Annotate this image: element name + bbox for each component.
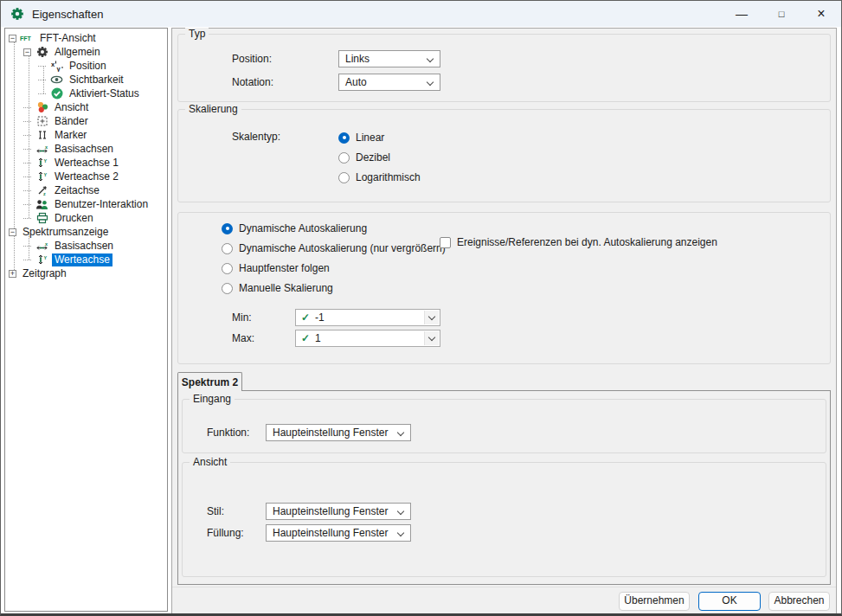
svg-text:x: x: [45, 144, 48, 149]
tree-item-position[interactable]: xy Position: [5, 59, 167, 73]
tree-connector: [23, 135, 31, 136]
tree-connector: [23, 190, 31, 191]
radio-icon[interactable]: [222, 283, 233, 294]
radio-dezibel[interactable]: Dezibel: [338, 150, 390, 165]
tree-item-drucken[interactable]: Drucken: [5, 211, 167, 225]
min-combobox[interactable]: ✓ -1: [295, 309, 440, 326]
tree-item-zeitachse[interactable]: z Zeitachse: [5, 183, 167, 197]
tree-item-werteachse[interactable]: Y Werteachse: [5, 253, 167, 266]
max-label: Max:: [232, 330, 254, 347]
gear-icon: [35, 46, 49, 58]
tree-item-allgemein[interactable]: − Allgemein: [5, 45, 167, 59]
check-circle-icon: [49, 87, 64, 99]
users-icon: [35, 198, 49, 210]
radio-icon[interactable]: [222, 223, 233, 234]
notation-dropdown[interactable]: Auto: [338, 74, 440, 91]
max-dropdown-button[interactable]: [424, 331, 439, 345]
tree-connector: [38, 93, 46, 94]
chevron-down-icon: [397, 529, 404, 536]
tree-item-marker[interactable]: Marker: [5, 128, 167, 142]
radio-icon[interactable]: [338, 172, 350, 183]
chevron-down-icon: [428, 333, 435, 340]
radio-icon[interactable]: [222, 243, 233, 254]
tab-panel-spektrum-2: Eingang Funktion: Haupteinstellung Fenst…: [177, 390, 831, 585]
group-eingang-title: Eingang: [190, 393, 235, 405]
tree-item-sichtbarkeit[interactable]: Sichtbarkeit: [5, 73, 167, 87]
maximize-button[interactable]: □: [762, 1, 801, 27]
svg-text:FFT: FFT: [20, 35, 32, 42]
tree-item-fft-ansicht[interactable]: − FFT FFT-Ansicht: [5, 31, 167, 45]
collapse-icon[interactable]: −: [9, 228, 16, 236]
radio-dynamische-autoskalierung-vergroessern[interactable]: Dynamische Autoskalierung (nur vergrößer…: [222, 241, 446, 256]
tree-connector: [38, 80, 46, 80]
cancel-button[interactable]: Abbrechen: [768, 592, 830, 611]
group-ansicht: Ansicht Stil: Haupteinstellung Fenster F…: [182, 462, 826, 577]
max-combobox[interactable]: ✓ 1: [295, 330, 440, 347]
fuellung-dropdown[interactable]: Haupteinstellung Fenster: [266, 524, 411, 542]
tree-connector: [23, 260, 31, 260]
ok-button[interactable]: OK: [698, 592, 761, 611]
collapse-icon[interactable]: −: [23, 48, 31, 56]
notation-value: Auto: [345, 76, 367, 88]
position-value: Links: [345, 53, 370, 65]
settings-panel: Typ Position: Links Notation: Auto Skali…: [171, 28, 837, 614]
fft-icon: FFT: [20, 32, 35, 44]
svg-text:Y: Y: [43, 172, 47, 177]
axis-x-icon: x: [35, 240, 49, 252]
tree-connector: [23, 149, 31, 150]
radio-hauptfenster-folgen[interactable]: Hauptfenster folgen: [222, 260, 330, 276]
chevron-down-icon: [397, 508, 404, 515]
radio-manuelle-skalierung[interactable]: Manuelle Skalierung: [222, 280, 333, 296]
funktion-dropdown[interactable]: Haupteinstellung Fenster: [266, 424, 411, 441]
notation-label: Notation:: [232, 74, 273, 91]
properties-window: Eigenschaften — □ × − FFT FFT-Ansicht − …: [0, 0, 842, 616]
tree-item-basisachsen[interactable]: x Basisachsen: [5, 239, 167, 253]
tree-connector: [23, 204, 31, 205]
radio-linear[interactable]: Linear: [338, 130, 384, 145]
group-skalierung-title: Skalierung: [185, 103, 241, 115]
stil-dropdown[interactable]: Haupteinstellung Fenster: [266, 503, 411, 520]
skalentyp-label: Skalentyp:: [232, 128, 280, 145]
svg-text:Y: Y: [43, 158, 47, 164]
tree-connector: [38, 66, 46, 67]
tree-item-zeitgraph[interactable]: + Zeitgraph: [5, 266, 167, 280]
tree-item-bänder[interactable]: Bänder: [5, 114, 167, 128]
tree-item-benutzer-interaktion[interactable]: Benutzer-Interaktion: [5, 197, 167, 211]
titlebar: Eigenschaften — □ ×: [1, 1, 841, 27]
tab-spektrum-2[interactable]: Spektrum 2: [177, 372, 242, 391]
collapse-icon[interactable]: −: [9, 35, 16, 42]
expand-icon[interactable]: +: [9, 270, 16, 278]
tree-item-spektrumsanzeige[interactable]: − Spektrumsanzeige: [5, 225, 167, 239]
radio-icon[interactable]: [222, 263, 233, 274]
radio-dynamische-autoskalierung[interactable]: Dynamische Autoskalierung: [222, 221, 367, 236]
min-label: Min:: [232, 309, 252, 326]
tree-item-basisachsen[interactable]: x Basisachsen: [5, 142, 167, 156]
funktion-label: Funktion:: [207, 424, 249, 441]
funktion-value: Haupteinstellung Fenster: [273, 427, 388, 439]
radio-icon[interactable]: [338, 152, 350, 164]
minimize-button[interactable]: —: [722, 1, 762, 27]
xy-icon: xy: [49, 60, 64, 72]
eye-icon: [49, 74, 64, 86]
checkbox-icon[interactable]: [440, 237, 451, 248]
min-dropdown-button[interactable]: [424, 311, 439, 324]
tree-item-ansicht[interactable]: Ansicht: [5, 100, 167, 114]
check-icon: ✓: [301, 311, 310, 324]
close-button[interactable]: ×: [801, 1, 841, 27]
tree-item-werteachse-2[interactable]: Y Werteachse 2: [5, 170, 167, 183]
apply-button[interactable]: Übernehmen: [619, 592, 690, 611]
radio-logarithmisch[interactable]: Logarithmisch: [338, 170, 421, 185]
checkbox-ereignisse-referenzen[interactable]: Ereignisse/Referenzen bei dyn. Autoskali…: [440, 234, 717, 250]
fuellung-value: Haupteinstellung Fenster: [273, 527, 388, 539]
radio-icon[interactable]: [338, 132, 350, 144]
svg-text:y: y: [56, 65, 61, 73]
bands-icon: [35, 115, 49, 127]
tree-item-aktiviert-status[interactable]: Aktiviert-Status: [5, 87, 167, 100]
stil-label: Stil:: [207, 503, 224, 520]
chevron-down-icon: [427, 55, 434, 62]
svg-text:z: z: [43, 191, 46, 196]
position-dropdown[interactable]: Links: [338, 50, 440, 67]
tree-item-werteachse-1[interactable]: Y Werteachse 1: [5, 156, 167, 170]
gear-icon: [10, 7, 24, 21]
printer-icon: [35, 212, 49, 224]
